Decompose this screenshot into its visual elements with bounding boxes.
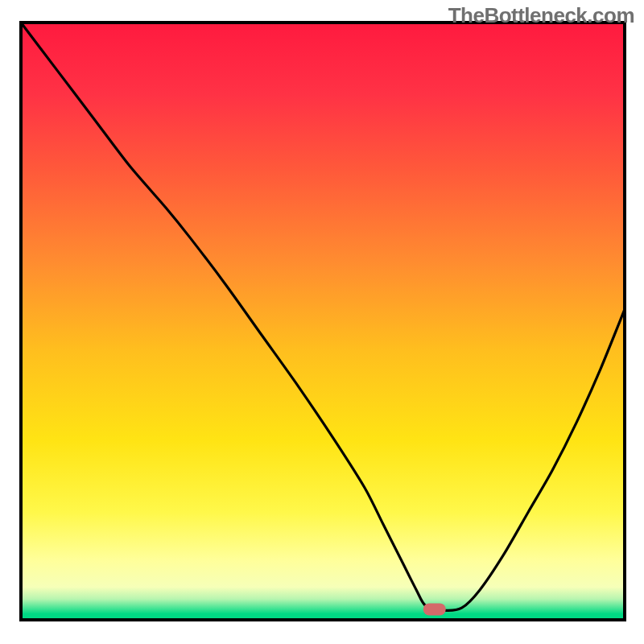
chart-stage: TheBottleneck.com: [0, 0, 644, 644]
chart-svg: [0, 0, 644, 644]
optimum-marker: [423, 603, 446, 615]
watermark-text: TheBottleneck.com: [448, 3, 634, 28]
plot-background: [21, 23, 625, 620]
